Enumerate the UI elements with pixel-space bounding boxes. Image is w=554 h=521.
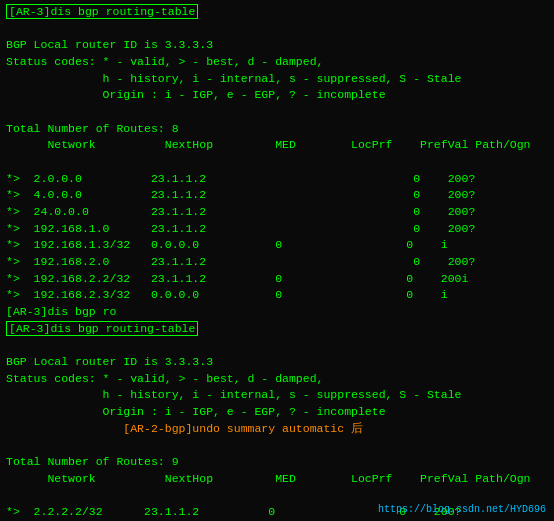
line-1: [AR-3]dis bgp routing-table — [6, 4, 548, 21]
cmd-1: dis bgp routing-table — [50, 5, 195, 18]
route-row-1: *> 2.0.0.0 23.1.1.2 0 200? — [6, 171, 548, 188]
line-router-id-1: BGP Local router ID is 3.3.3.3 — [6, 37, 548, 54]
line-blank-2 — [6, 104, 548, 121]
line-status-1: Status codes: * - valid, > - best, d - d… — [6, 54, 548, 71]
prompt-1: [AR-3] — [9, 5, 50, 18]
route-row-5: *> 192.168.1.3/32 0.0.0.0 0 0 i — [6, 237, 548, 254]
line-blank-3 — [6, 154, 548, 171]
prompt-2a: [AR-3] — [6, 305, 47, 318]
line-blank-6 — [6, 487, 548, 504]
prompt-2b: [AR-3] — [9, 322, 50, 335]
line-header-1: Network NextHop MED LocPrf PrefVal Path/… — [6, 137, 548, 154]
line-history-2: h - history, i - internal, s - suppresse… — [6, 387, 548, 404]
line-blank-4 — [6, 337, 548, 354]
line-origin-2: Origin : i - IGP, e - EGP, ? - incomplet… — [6, 404, 548, 421]
line-blank-5 — [6, 437, 548, 454]
route-row-7: *> 192.168.2.2/32 23.1.1.2 0 0 200i — [6, 271, 548, 288]
cmd-2a: dis bgp ro — [47, 305, 116, 318]
line-status-2: Status codes: * - valid, > - best, d - d… — [6, 371, 548, 388]
route-row-4: *> 192.168.1.0 23.1.1.2 0 200? — [6, 221, 548, 238]
line-total-1: Total Number of Routes: 8 — [6, 121, 548, 138]
line-orange-label: [AR-2-bgp]undo summary automatic 后 — [6, 421, 548, 438]
line-origin-1: Origin : i - IGP, e - EGP, ? - incomplet… — [6, 87, 548, 104]
line-double-cmd: [AR-3]dis bgp ro — [6, 304, 548, 321]
line-router-id-2: BGP Local router ID is 3.3.3.3 — [6, 354, 548, 371]
line-history-1: h - history, i - internal, s - suppresse… — [6, 71, 548, 88]
route-row-2: *> 4.0.0.0 23.1.1.2 0 200? — [6, 187, 548, 204]
route-row-8: *> 192.168.2.3/32 0.0.0.0 0 0 i — [6, 287, 548, 304]
prompt-box-2: [AR-3]dis bgp routing-table — [6, 321, 198, 336]
line-total-2: Total Number of Routes: 9 — [6, 454, 548, 471]
terminal-window: [AR-3]dis bgp routing-table BGP Local ro… — [0, 0, 554, 521]
watermark: https://blog.csdn.net/HYD696 — [378, 504, 546, 515]
route-row-6: *> 192.168.2.0 23.1.1.2 0 200? — [6, 254, 548, 271]
line-cmd-box: [AR-3]dis bgp routing-table — [6, 321, 548, 338]
line-header-2: Network NextHop MED LocPrf PrefVal Path/… — [6, 471, 548, 488]
cmd-2b: dis bgp routing-table — [50, 322, 195, 335]
prompt-box-1: [AR-3]dis bgp routing-table — [6, 4, 198, 19]
line-blank-1 — [6, 21, 548, 38]
route-row-3: *> 24.0.0.0 23.1.1.2 0 200? — [6, 204, 548, 221]
